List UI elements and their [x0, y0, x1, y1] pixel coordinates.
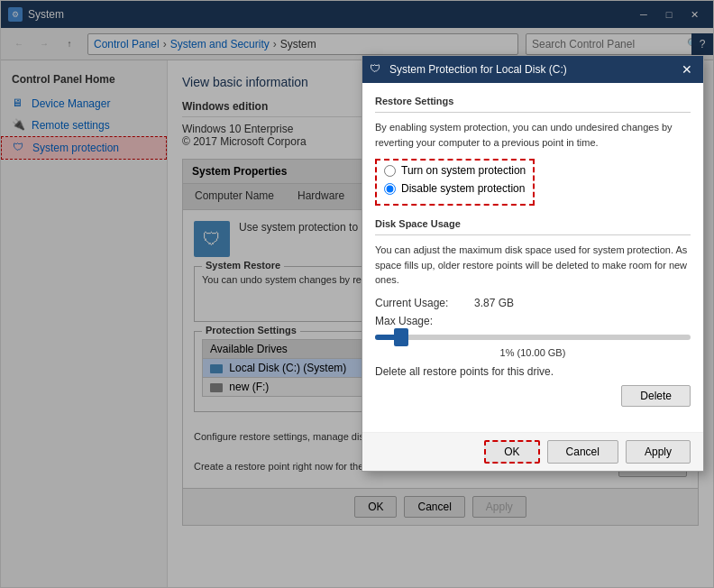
- radio-turn-on[interactable]: Turn on system protection: [384, 164, 526, 177]
- dialog-overlay: 🛡 System Protection for Local Disk (C:) …: [1, 1, 713, 587]
- slider-label: 1% (10.00 GB): [375, 347, 691, 358]
- dialog-apply-button[interactable]: Apply: [626, 440, 691, 464]
- restore-settings-divider: [375, 112, 691, 113]
- disk-space-usage-section: Disk Space Usage You can adjust the maxi…: [375, 218, 691, 407]
- radio-disable-input[interactable]: [384, 183, 396, 195]
- disk-usage-slider-container: [375, 335, 691, 340]
- current-usage-value: 3.87 GB: [474, 297, 514, 309]
- disk-usage-desc: You can adjust the maximum disk space us…: [375, 243, 691, 288]
- slider-thumb[interactable]: [394, 328, 408, 346]
- radio-turn-on-input[interactable]: [384, 165, 396, 177]
- restore-settings-title: Restore Settings: [375, 96, 691, 106]
- dialog-close-button[interactable]: ✕: [678, 60, 696, 78]
- system-protection-dialog: 🛡 System Protection for Local Disk (C:) …: [362, 55, 704, 472]
- delete-button[interactable]: Delete: [621, 385, 691, 407]
- max-usage-label: Max Usage:: [375, 315, 474, 327]
- delete-btn-row: Delete: [375, 385, 691, 407]
- radio-turn-on-label: Turn on system protection: [401, 164, 526, 177]
- dialog-button-row: OK Cancel Apply: [362, 432, 703, 471]
- radio-disable-label: Disable system protection: [401, 182, 525, 195]
- current-usage-label: Current Usage:: [375, 297, 474, 309]
- disk-usage-title: Disk Space Usage: [375, 218, 691, 229]
- dialog-title-bar: 🛡 System Protection for Local Disk (C:) …: [362, 56, 703, 83]
- radio-disable[interactable]: Disable system protection: [384, 182, 526, 195]
- dialog-title-text: System Protection for Local Disk (C:): [389, 63, 567, 76]
- restore-settings-section: Restore Settings By enabling system prot…: [375, 96, 691, 206]
- dialog-cancel-button[interactable]: Cancel: [547, 440, 618, 464]
- dialog-content: Restore Settings By enabling system prot…: [362, 83, 703, 432]
- dialog-title-left: 🛡 System Protection for Local Disk (C:): [370, 62, 567, 77]
- dialog-shield-icon: 🛡: [370, 62, 384, 77]
- slider-track: [375, 335, 691, 340]
- current-usage-row: Current Usage: 3.87 GB: [375, 297, 691, 309]
- dialog-ok-button[interactable]: OK: [484, 440, 539, 464]
- main-window: ⚙ System ─ □ ✕ ← → ↑ Control Panel › Sys…: [0, 0, 714, 588]
- disk-usage-divider: [375, 234, 691, 235]
- radio-group: Turn on system protection Disable system…: [375, 159, 535, 206]
- restore-settings-desc: By enabling system protection, you can u…: [375, 120, 691, 150]
- delete-link: Delete all restore points for this drive…: [375, 365, 691, 378]
- max-usage-row: Max Usage:: [375, 315, 691, 327]
